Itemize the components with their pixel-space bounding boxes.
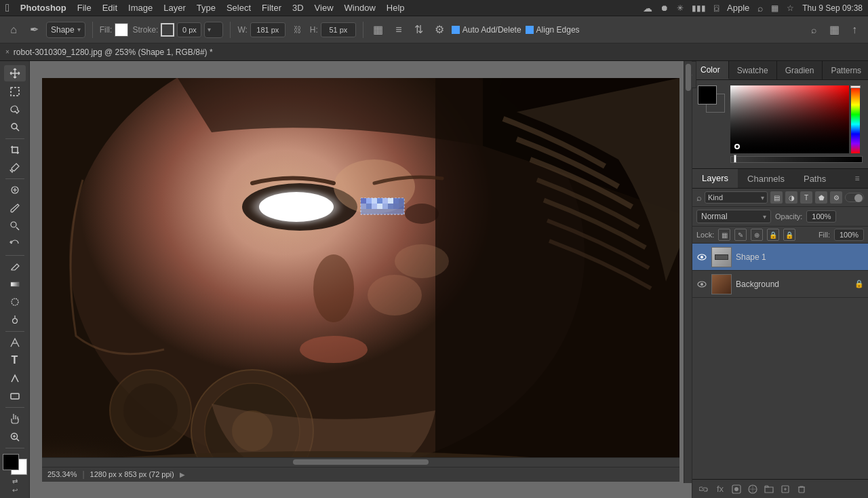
menu-window[interactable]: Window: [344, 3, 376, 13]
tab-color[interactable]: Color: [692, 61, 729, 79]
zoom-tool[interactable]: [4, 429, 26, 445]
menu-select[interactable]: Select: [226, 3, 251, 13]
type-tool[interactable]: T: [4, 352, 26, 368]
clone-stamp-tool[interactable]: [4, 218, 26, 234]
notification-icon[interactable]: ☆: [787, 3, 794, 13]
fill-color-box[interactable]: [115, 23, 128, 37]
link-dimensions-icon[interactable]: ⛓: [290, 22, 306, 38]
pen-tool[interactable]: [4, 334, 26, 351]
tab-paths[interactable]: Paths: [794, 169, 835, 188]
opacity-input[interactable]: [806, 210, 836, 223]
opacity-slider[interactable]: [730, 156, 863, 163]
dodge-tool[interactable]: [4, 312, 26, 328]
move-tool[interactable]: [4, 65, 26, 81]
stroke-value-input[interactable]: [177, 22, 201, 37]
layers-panel-menu-btn[interactable]: ≡: [849, 170, 865, 187]
shape-dropdown[interactable]: Shape ▾: [46, 22, 85, 38]
stroke-color-box[interactable]: [161, 23, 174, 37]
layer-eye-shape1[interactable]: [696, 252, 707, 263]
filter-smart-icon[interactable]: ⚙: [830, 191, 842, 204]
path-alignment-icon[interactable]: ≡: [391, 22, 407, 38]
delete-layer-btn[interactable]: [795, 483, 808, 495]
gradient-tool[interactable]: [4, 276, 26, 292]
fill-input[interactable]: [834, 229, 864, 241]
filter-adjustment-icon[interactable]: ◑: [785, 191, 797, 204]
hand-tool[interactable]: [4, 410, 26, 427]
hue-slider[interactable]: [851, 85, 860, 153]
tab-layers[interactable]: Layers: [692, 169, 738, 188]
foreground-color-swatch[interactable]: [698, 85, 717, 104]
color-spectrum[interactable]: [730, 85, 849, 153]
layer-item-shape1[interactable]: Shape 1: [692, 244, 868, 271]
tab-patterns[interactable]: Patterns: [823, 61, 868, 79]
path-operations-icon[interactable]: ▦: [370, 22, 387, 38]
color-spectrum-area[interactable]: [730, 85, 863, 163]
lock-artboard-btn[interactable]: 🔒: [767, 229, 779, 241]
apple-menu[interactable]: : [5, 2, 9, 14]
lock-pixels-btn[interactable]: ▦: [718, 229, 730, 241]
lasso-tool[interactable]: [4, 101, 26, 117]
blend-mode-dropdown[interactable]: Normal ▾: [696, 210, 771, 223]
lock-move-btn[interactable]: ⊕: [751, 229, 763, 241]
align-edges-checkbox[interactable]: Align Edges: [526, 25, 580, 35]
stroke-options-dropdown[interactable]: ▾: [204, 22, 223, 38]
lock-all-btn[interactable]: 🔒: [783, 229, 795, 241]
menu-layer[interactable]: Layer: [163, 3, 186, 13]
tab-channels[interactable]: Channels: [738, 169, 794, 188]
new-adjustment-layer-btn[interactable]: [747, 483, 759, 495]
canvas-image[interactable]: 253.34% | 1280 px x 853 px (72 ppi) ▶: [42, 78, 679, 482]
settings-icon[interactable]: ⚙: [431, 22, 448, 38]
quick-select-tool[interactable]: [4, 119, 26, 135]
pen-tool-icon[interactable]: ✒: [26, 22, 42, 38]
filter-toggle[interactable]: [845, 193, 864, 202]
new-group-btn[interactable]: [763, 483, 775, 495]
add-mask-btn[interactable]: [730, 483, 743, 495]
status-arrow-btn[interactable]: ▶: [180, 471, 185, 478]
menu-edit[interactable]: Edit: [102, 3, 117, 13]
filter-pixel-icon[interactable]: ▤: [770, 191, 783, 204]
menu-file[interactable]: File: [77, 3, 92, 13]
auto-add-delete-checkbox[interactable]: Auto Add/Delete: [452, 25, 521, 35]
marquee-tool[interactable]: [4, 83, 26, 99]
vertical-scrollbar[interactable]: [684, 61, 692, 483]
search-menu-icon[interactable]: ⌕: [757, 3, 763, 14]
filter-kind-dropdown[interactable]: Kind ▾: [705, 191, 768, 204]
path-select-tool[interactable]: [4, 370, 26, 387]
filter-type-icon[interactable]: T: [800, 191, 812, 204]
tab-title[interactable]: robot-3010309_1280.jpg @ 253% (Shape 1, …: [14, 47, 213, 57]
layer-eye-background[interactable]: [696, 279, 707, 290]
control-center-icon[interactable]: ▦: [771, 3, 778, 13]
healing-tool[interactable]: [4, 182, 26, 198]
switch-colors-icon[interactable]: ⇄: [12, 478, 18, 485]
eyedropper-tool[interactable]: [4, 159, 26, 176]
menu-type[interactable]: Type: [197, 3, 216, 13]
foreground-color[interactable]: [3, 454, 19, 470]
tab-gradient[interactable]: Gradien: [777, 61, 823, 79]
menu-3d[interactable]: 3D: [292, 3, 304, 13]
menu-filter[interactable]: Filter: [262, 3, 281, 13]
crop-tool[interactable]: [4, 141, 26, 157]
tab-close-btn[interactable]: ×: [5, 48, 9, 56]
blur-tool[interactable]: [4, 294, 26, 310]
eraser-tool[interactable]: [4, 258, 26, 274]
horizontal-scrollbar[interactable]: [42, 457, 679, 467]
share-icon[interactable]: ↑: [846, 22, 863, 38]
tab-swatche[interactable]: Swatche: [729, 61, 777, 79]
menu-image[interactable]: Image: [128, 3, 153, 13]
width-input[interactable]: [250, 22, 285, 37]
path-arrangement-icon[interactable]: ⇅: [411, 22, 427, 38]
lock-position-btn[interactable]: ✎: [734, 229, 747, 241]
foreground-background-colors[interactable]: [3, 454, 27, 475]
menu-help[interactable]: Help: [387, 3, 405, 13]
search-toolbar-icon[interactable]: ⌕: [806, 22, 822, 38]
brush-tool[interactable]: [4, 199, 26, 216]
layer-item-background[interactable]: Background 🔒: [692, 271, 868, 298]
link-layers-btn[interactable]: [698, 483, 710, 495]
grid-icon[interactable]: ▦: [826, 22, 842, 38]
default-colors-icon[interactable]: ↩: [12, 486, 18, 494]
shape-tool[interactable]: [4, 388, 26, 404]
filter-shape-icon[interactable]: ⬟: [815, 191, 827, 204]
new-layer-btn[interactable]: [779, 483, 791, 495]
menu-view[interactable]: View: [315, 3, 334, 13]
home-icon[interactable]: ⌂: [5, 22, 22, 38]
